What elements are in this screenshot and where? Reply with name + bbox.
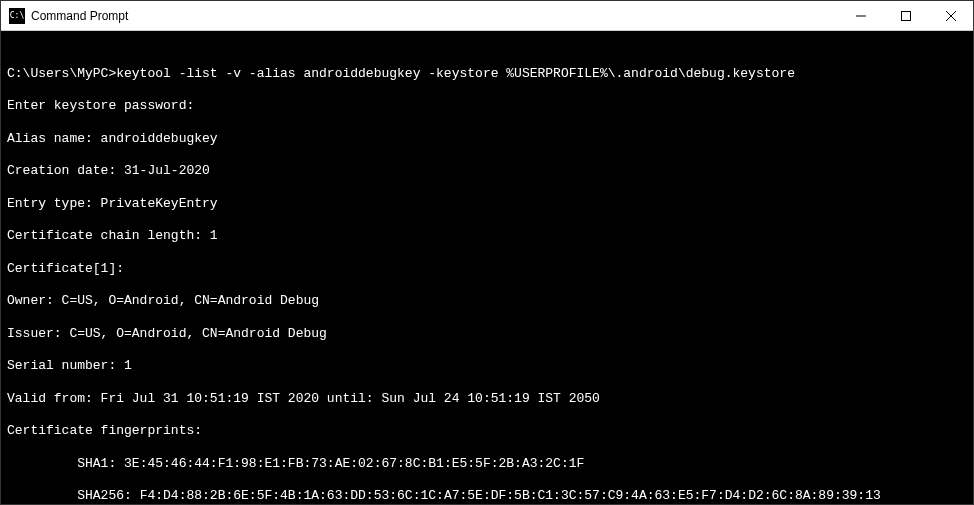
term-line: Alias name: androiddebugkey [7, 131, 967, 147]
term-line: Creation date: 31-Jul-2020 [7, 163, 967, 179]
close-icon [946, 11, 956, 21]
svg-rect-1 [901, 11, 910, 20]
app-icon: C:\ [9, 8, 25, 24]
term-line-sha1: SHA1: 3E:45:46:44:F1:98:E1:FB:73:AE:02:6… [7, 456, 967, 472]
term-line-sha256: SHA256: F4:D4:88:2B:6E:5F:4B:1A:63:DD:53… [7, 488, 967, 504]
term-line: Entry type: PrivateKeyEntry [7, 196, 967, 212]
terminal-output[interactable]: C:\Users\MyPC>keytool -list -v -alias an… [1, 31, 973, 504]
minimize-button[interactable] [838, 1, 883, 30]
command-prompt-window: C:\ Command Prompt C:\Users\MyPC>keytool… [0, 0, 974, 505]
term-line: Valid from: Fri Jul 31 10:51:19 IST 2020… [7, 391, 967, 407]
term-line: Certificate fingerprints: [7, 423, 967, 439]
term-line: Issuer: C=US, O=Android, CN=Android Debu… [7, 326, 967, 342]
term-line: Certificate chain length: 1 [7, 228, 967, 244]
term-line: Enter keystore password: [7, 98, 967, 114]
term-line-command: C:\Users\MyPC>keytool -list -v -alias an… [7, 66, 967, 82]
term-line: Serial number: 1 [7, 358, 967, 374]
minimize-icon [856, 11, 866, 21]
close-button[interactable] [928, 1, 973, 30]
titlebar[interactable]: C:\ Command Prompt [1, 1, 973, 31]
term-line: Certificate[1]: [7, 261, 967, 277]
maximize-button[interactable] [883, 1, 928, 30]
window-title: Command Prompt [31, 9, 838, 23]
maximize-icon [901, 11, 911, 21]
term-line: Owner: C=US, O=Android, CN=Android Debug [7, 293, 967, 309]
window-controls [838, 1, 973, 30]
